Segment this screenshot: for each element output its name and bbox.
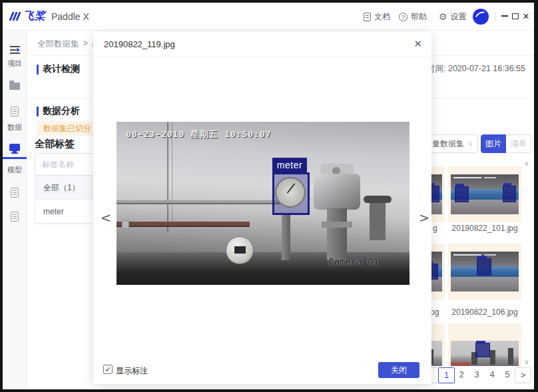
- breadcrumb-separator: >: [83, 39, 88, 50]
- paddle-logo: 飞桨 Paddle X: [11, 9, 89, 23]
- thumbnail-photo: [451, 174, 519, 214]
- all-labels-title: 全部标签: [35, 138, 75, 150]
- pagination-page-2[interactable]: 2: [455, 367, 467, 383]
- header-separator: [495, 12, 495, 21]
- pagination-page-3[interactable]: 3: [471, 367, 483, 383]
- thumbnail-photo: [451, 252, 519, 292]
- sidebar-section-model: 模型: [3, 165, 27, 175]
- paddlex-app: 飞桨 Paddle X 文档 ? 帮助 ⚙ 设置 ✕ 项目: [3, 3, 534, 389]
- docs-menu-item[interactable]: 文档: [364, 11, 390, 23]
- document-icon: [364, 13, 371, 21]
- gauge-silhouette: [275, 177, 306, 208]
- file-icon: [11, 106, 19, 116]
- file-icon: [11, 188, 19, 198]
- project-title: 表计检测: [43, 63, 80, 75]
- settings-label: 设置: [451, 11, 467, 23]
- camera-label: Camera 01: [328, 256, 379, 267]
- close-window-button[interactable]: ✕: [521, 11, 531, 21]
- thumbnail-filename: 20190822_106.jpg: [448, 307, 521, 317]
- sidebar-section-data: 数据: [3, 122, 27, 132]
- modal-close-button[interactable]: 关闭: [378, 362, 419, 378]
- gear-icon: ⚙: [439, 13, 447, 21]
- docs-label: 文档: [374, 11, 390, 23]
- instrument-silhouette: [314, 174, 360, 210]
- modal-header: 20190822_119.jpg ✕: [93, 32, 431, 57]
- main-content: 全部数据集 > 表计检测 表计检测 数据分析 数据集已切分 全部标签 全部（1）…: [27, 31, 534, 389]
- sidebar-item-model-file-2[interactable]: [3, 205, 27, 228]
- file-icon: [11, 212, 19, 222]
- paddle-logo-icon: [11, 12, 19, 21]
- show-annotation-label: 显示标注: [116, 365, 148, 377]
- annotation-box: [455, 186, 468, 202]
- sidebar: 项目 数据 模型: [3, 31, 27, 389]
- settings-menu-item[interactable]: ⚙ 设置: [439, 11, 467, 23]
- menu-list-icon: [10, 46, 20, 54]
- sidebar-active-indicator: [3, 157, 27, 159]
- help-menu-item[interactable]: ? 帮助: [399, 11, 427, 23]
- monitor-icon: [9, 144, 20, 151]
- scroll-up-icon[interactable]: ∧: [522, 160, 531, 167]
- help-icon: ?: [399, 13, 407, 21]
- thumbnail-filename-partial: pg: [430, 307, 439, 317]
- prev-image-arrow[interactable]: <: [101, 210, 111, 225]
- modal-close-icon[interactable]: ✕: [413, 38, 422, 50]
- breadcrumb-root[interactable]: 全部数据集: [37, 39, 79, 50]
- sidebar-item-dataset-active[interactable]: [3, 136, 27, 158]
- pagination-page-5[interactable]: 5: [501, 367, 513, 383]
- pagination-page-4[interactable]: 4: [486, 367, 498, 383]
- logo-text-cn: 飞桨: [23, 9, 46, 23]
- help-label: 帮助: [411, 11, 427, 23]
- show-annotation-checkbox[interactable]: ✓: [103, 365, 113, 374]
- sidebar-item-model-file-1[interactable]: [3, 181, 27, 204]
- sidebar-section-project: 项目: [3, 59, 27, 69]
- annotation-bbox: [272, 172, 310, 215]
- thumbnail-filename: 20190822_101.jpg: [448, 224, 521, 233]
- thumbnail-filename-partial: g: [433, 224, 437, 233]
- view-toggle-image-button[interactable]: 图片: [481, 134, 506, 153]
- photo-timestamp: 08-23-2019 星期五 10:50:07: [126, 128, 272, 140]
- logo-text-en: Paddle X: [51, 11, 89, 22]
- thumbnail-card[interactable]: [448, 244, 521, 299]
- section-accent-bar: [37, 65, 39, 75]
- maximize-button[interactable]: [510, 11, 521, 21]
- thumbnail-photo: [451, 341, 519, 366]
- preview-photo: 08-23-2019 星期五 10:50:07 Camera 01 meter: [117, 122, 409, 285]
- collapse-menu-button[interactable]: [3, 39, 27, 61]
- annotation-box: [475, 343, 490, 357]
- annotation-box: [477, 258, 491, 276]
- pagination-next-button[interactable]: >: [515, 367, 531, 383]
- image-preview-modal: 20190822_119.jpg ✕ < > 08-23-2019 星期五 10…: [93, 32, 431, 384]
- section-accent-bar: [37, 106, 39, 116]
- modal-footer: ✓ 显示标注 关闭: [93, 356, 431, 384]
- minimize-button[interactable]: [499, 11, 510, 21]
- thumbnail-card[interactable]: [448, 323, 521, 366]
- flowmeter-silhouette: [226, 236, 254, 264]
- window-frame: 飞桨 Paddle X 文档 ? 帮助 ⚙ 设置 ✕ 项目: [0, 0, 538, 392]
- view-toggle-list-button[interactable]: 清单: [506, 134, 531, 153]
- folder-icon: [9, 83, 20, 90]
- avatar[interactable]: [473, 9, 489, 25]
- sidebar-item-project-file[interactable]: [3, 100, 27, 122]
- next-image-arrow[interactable]: >: [419, 210, 429, 225]
- pagination-page-1[interactable]: 1: [438, 367, 455, 383]
- thumbnail-card[interactable]: [448, 166, 521, 222]
- scroll-down-icon[interactable]: ∨: [522, 358, 531, 365]
- sidebar-item-project-folder[interactable]: [3, 75, 27, 97]
- analysis-title: 数据分析: [43, 105, 80, 117]
- annotation-label: meter: [272, 158, 307, 172]
- app-header: 飞桨 Paddle X 文档 ? 帮助 ⚙ 设置 ✕: [3, 3, 534, 31]
- annotation-box: [503, 186, 516, 202]
- chevron-down-icon: ∨: [468, 135, 473, 152]
- modal-title: 20190822_119.jpg: [104, 39, 175, 49]
